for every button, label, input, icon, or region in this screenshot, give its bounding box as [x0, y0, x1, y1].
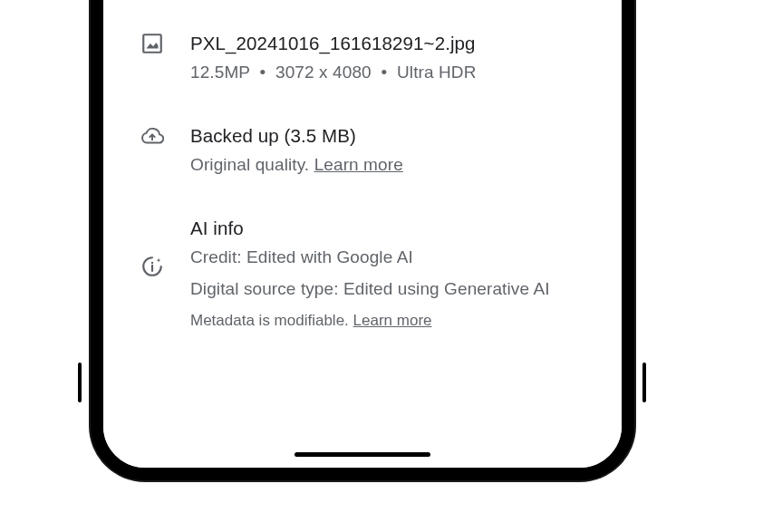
- ai-info-row: AI info Credit: Edited with Google AI Di…: [140, 216, 594, 332]
- photo-info-panel: PXL_20241016_161618291~2.jpg 12.5MP • 30…: [103, 31, 622, 371]
- file-megapixels: 12.5MP: [190, 63, 250, 82]
- ai-info-title: AI info: [190, 216, 594, 241]
- file-format: Ultra HDR: [397, 63, 476, 82]
- file-info-row: PXL_20241016_161618291~2.jpg 12.5MP • 30…: [140, 31, 594, 85]
- ai-learn-more-link[interactable]: Learn more: [353, 312, 432, 329]
- phone-side-button-left: [78, 363, 82, 402]
- metadata-note-text: Metadata is modifiable.: [190, 312, 349, 329]
- phone-side-button-right: [642, 363, 646, 402]
- ai-info-icon: [140, 254, 165, 279]
- backup-info-row: Backed up (3.5 MB) Original quality. Lea…: [140, 123, 594, 178]
- ai-metadata-note: Metadata is modifiable. Learn more: [190, 309, 594, 333]
- file-details: 12.5MP • 3072 x 4080 • Ultra HDR: [190, 60, 594, 86]
- home-indicator[interactable]: [295, 452, 430, 457]
- image-icon: [140, 31, 165, 56]
- ai-source-type: Digital source type: Edited using Genera…: [190, 276, 594, 303]
- separator: •: [376, 63, 392, 82]
- backup-learn-more-link[interactable]: Learn more: [314, 155, 403, 174]
- file-info-text: PXL_20241016_161618291~2.jpg 12.5MP • 30…: [190, 31, 594, 85]
- backup-info-text: Backed up (3.5 MB) Original quality. Lea…: [190, 123, 594, 178]
- filename: PXL_20241016_161618291~2.jpg: [190, 31, 594, 56]
- backup-title: Backed up (3.5 MB): [190, 123, 594, 149]
- cloud-upload-icon: [140, 123, 165, 149]
- phone-frame: PXL_20241016_161618291~2.jpg 12.5MP • 30…: [91, 0, 634, 480]
- file-dimensions: 3072 x 4080: [275, 63, 372, 82]
- ai-info-text: AI info Credit: Edited with Google AI Di…: [190, 216, 594, 332]
- svg-rect-0: [143, 34, 161, 53]
- backup-quality: Original quality.: [190, 155, 309, 174]
- separator: •: [255, 63, 275, 82]
- backup-subtitle: Original quality. Learn more: [190, 152, 594, 179]
- svg-point-1: [151, 262, 153, 264]
- phone-screen: PXL_20241016_161618291~2.jpg 12.5MP • 30…: [103, 0, 622, 468]
- ai-credit: Credit: Edited with Google AI: [190, 245, 594, 271]
